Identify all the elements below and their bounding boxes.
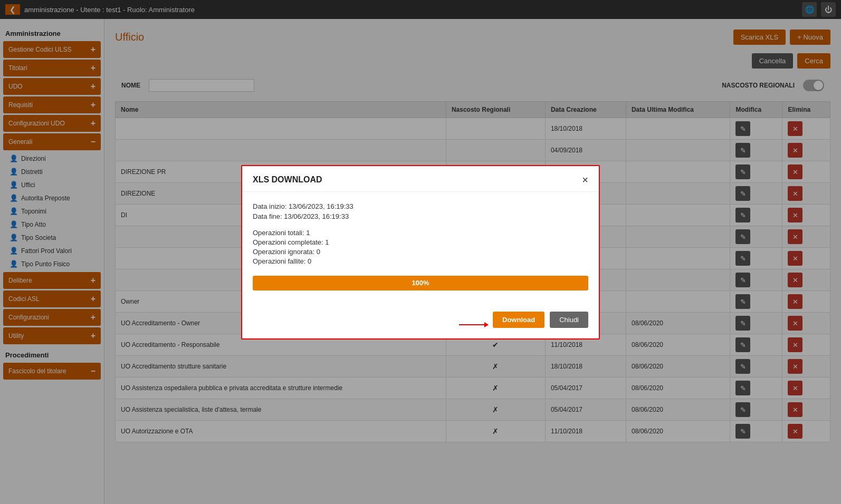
- op-totali: Operazioni totali: 1: [253, 229, 588, 237]
- progress-bar-container: 100%: [253, 276, 588, 290]
- data-inizio: Data inizio: 13/06/2023, 16:19:33: [253, 202, 588, 210]
- progress-bar-fill: 100%: [253, 276, 588, 290]
- chiudi-button[interactable]: Chiudi: [550, 312, 588, 328]
- modal-title: XLS DOWNLOAD: [253, 175, 322, 185]
- arrow-head: [484, 322, 489, 327]
- modal-body: Data inizio: 13/06/2023, 16:19:33 Data f…: [242, 192, 599, 312]
- modal-close-button[interactable]: ×: [582, 175, 588, 185]
- arrow-indicator: [459, 324, 488, 325]
- data-fine: Data fine: 13/06/2023, 16:19:33: [253, 212, 588, 220]
- op-ignorata: Operazioni ignorata: 0: [253, 248, 588, 256]
- modal-footer: Download Chiudi: [242, 312, 599, 338]
- arrow-line: [459, 324, 488, 325]
- modal-overlay: XLS DOWNLOAD × Data inizio: 13/06/2023, …: [0, 0, 841, 504]
- op-fallite: Operazioni fallite: 0: [253, 257, 588, 265]
- progress-label: 100%: [412, 279, 429, 287]
- op-completate: Operazioni completate: 1: [253, 238, 588, 246]
- modal-stats: Operazioni totali: 1 Operazioni completa…: [253, 229, 588, 265]
- xls-download-modal: XLS DOWNLOAD × Data inizio: 13/06/2023, …: [241, 165, 600, 340]
- download-button[interactable]: Download: [493, 312, 544, 328]
- modal-info: Data inizio: 13/06/2023, 16:19:33 Data f…: [253, 202, 588, 220]
- modal-header: XLS DOWNLOAD ×: [242, 166, 599, 192]
